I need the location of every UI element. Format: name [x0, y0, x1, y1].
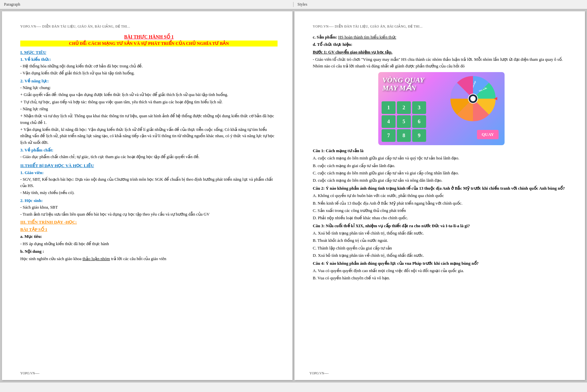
a-content: - HS áp dụng những kiến thức đã học để t…: [20, 241, 278, 247]
main-content: YOPO.VN---- DIỄN ĐÀN TÀI LIỆU, GIÁO ÁN, …: [0, 9, 587, 382]
q3-optB: B. Thoát khỏi ách thống trị của nước ngo…: [313, 238, 570, 244]
sub1-3-item-0: - Giáo dục phẩm chất chăm chỉ; tự giác, …: [20, 154, 278, 160]
quay-button[interactable]: QUAY: [477, 130, 499, 139]
step1: Bước 1: GV chuyển giao nhiệm vụ học tập.: [313, 49, 570, 55]
question-3: Câu 3: Nửa cuối thế kỉ XIX, nhiệm vụ cấp…: [313, 223, 570, 229]
q1-optA: A. cuộc cách mạng do liên minh giữa giai…: [313, 155, 570, 161]
b-content: Học sinh nghiên cứu sách giáo khoa thảo …: [20, 256, 278, 262]
questions-section: Câu 1: Cách mạng tư sản là A. cuộc cách …: [313, 148, 570, 282]
left-page: YOPO.VN---- DIỄN ĐÀN TÀI LIỆU, GIÁO ÁN, …: [2, 11, 293, 380]
sub1-1-item-1: - Vận dụng kiến thức để giải thích lịch …: [20, 70, 278, 76]
num-btn-8[interactable]: 8: [397, 129, 411, 142]
right-watermark-bottom: YOPO.VN----: [309, 371, 329, 375]
c-label: c. Sản phẩm: HS hoàn thành tìm hiểu kiến…: [313, 34, 570, 41]
sub1-2: 2. Về năng lực:: [20, 78, 278, 84]
q2-optA: A. Không có quyền tự do buôn bán với các…: [313, 193, 570, 199]
question-1: Câu 1: Cách mạng tư sản là: [313, 148, 570, 154]
q2-optB: B. Nền kinh tế của 13 thuộc địa Anh ở Bắ…: [313, 200, 570, 207]
sub1-1: 1. Về kiến thức:: [20, 57, 278, 62]
left-watermark-bottom: YOPO.VN----: [20, 371, 40, 375]
sub1-2-item-0: + Giải quyết vấn đề: thông qua vận dụng …: [20, 92, 278, 98]
svg-point-9: [470, 96, 476, 101]
right-watermark: YOPO.VN---- DIỄN ĐÀN TÀI LIỆU, GIÁO ÁN, …: [313, 25, 570, 28]
styles-label: Styles: [294, 2, 587, 7]
d-label: d. Tổ chức thực hiện:: [313, 42, 570, 48]
num-btn-4[interactable]: 4: [382, 115, 396, 128]
num-btn-1[interactable]: 1: [382, 101, 396, 114]
q1-optD: D. cuộc cách mạng do liên minh giữa giai…: [313, 177, 570, 184]
section3-header: III. TIẾN TRÌNH DẠY -HỌC:: [20, 220, 278, 225]
question-2: Câu 2: Ý nào không phản ánh đúng tình tr…: [313, 185, 570, 192]
step1-content: - Giáo viên tổ chức trò chơi "Vòng quay …: [313, 56, 570, 69]
num-btn-5[interactable]: 5: [397, 115, 411, 128]
vongquay-title: VÒNG QUAY MAY MẮN: [382, 76, 424, 92]
q1-optB: B. cuộc cách mạng do giai cấp tư sản lãn…: [313, 163, 570, 169]
left-watermark: YOPO.VN---- DIỄN ĐÀN TÀI LIỆU, GIÁO ÁN, …: [20, 25, 278, 28]
sub1-2-item-3: + Nhận thức và tư duy lịch sử. Thông qua…: [20, 113, 278, 126]
title-main: BÀI THỰC HÀNH SỐ 1: [20, 34, 278, 40]
q4-optB: B. Vua có quyền hành chuyên chế và vô hạ…: [313, 275, 570, 281]
num-btn-7[interactable]: 7: [382, 129, 396, 142]
section1-header: I. MỤC TIÊU: [20, 50, 278, 55]
sub2-2-item-1: - Tranh ảnh tư liệu sưu tầm liên quan đế…: [20, 211, 278, 218]
section2-header: II.THIẾT BỊ DẠY HỌC VÀ HỌC LIỆU: [20, 163, 278, 168]
sub2-2-item-0: - Sách giáo khoa, SBT: [20, 204, 278, 211]
sub1-3: 3. Về phẩm chất:: [20, 147, 278, 153]
top-bar: Paragraph Styles: [0, 0, 587, 9]
wheel-area: +3 2+ 1đm 1+ 80: [448, 74, 501, 127]
sub1-2-intro: - Năng lực chung:: [20, 85, 278, 91]
bottom-bar: [0, 382, 587, 392]
number-grid[interactable]: 1 2 3 4 5 6 7 8 9: [382, 101, 426, 142]
num-btn-9[interactable]: 9: [412, 129, 426, 142]
sub2-1-item-1: - Máy tính, máy chiếu (nếu có).: [20, 190, 278, 196]
num-btn-6[interactable]: 6: [412, 115, 426, 128]
sub2-1: 1. Giáo viên:: [20, 170, 278, 175]
q4-optA: A. Vua có quyền quyết định cao nhất mọi …: [313, 268, 570, 274]
q3-optA: A. Xoá bỏ tình trạng phân tán về chính t…: [313, 230, 570, 237]
question-4: Câu 4: Ý nào không phản ánh đúng quyền l…: [313, 260, 570, 267]
section3b-header: BÀI TẬP SỐ 1: [20, 227, 278, 232]
sub2-1-item-0: - SGV, SBT, Kế hoạch bài học: Dựa vào nộ…: [20, 176, 278, 189]
q1-optC: C. cuộc cách mạng do liên minh giữa giai…: [313, 170, 570, 176]
paragraph-label: Paragraph: [0, 2, 294, 7]
q2-optD: D. Phải nộp nhiều loại thuế khác nhau ch…: [313, 215, 570, 221]
sub1-2-item-2: - Năng lực riêng: [20, 106, 278, 112]
wheel-svg: +3 2+ 1đm 1+ 80: [448, 74, 498, 124]
vongquay-widget: VÒNG QUAY MAY MẮN 1 2 3 4 5 6 7 8 9: [378, 72, 505, 145]
a-label: a. Mục tiêu:: [20, 234, 278, 240]
sub1-2-item-1: + Tự chủ, tự học, giao tiếp và hợp tác: …: [20, 99, 278, 105]
b-label: b. Nội dung :: [20, 248, 278, 255]
num-btn-2[interactable]: 2: [397, 101, 411, 114]
q3-optD: D. Xoá bỏ tình trạng phân tán về chính t…: [313, 252, 570, 259]
num-btn-3[interactable]: 3: [412, 101, 426, 114]
title-sub: CHỦ ĐỀ: CÁCH MẠNG TƯ SẢN VÀ SỰ PHÁT TRIỂ…: [20, 41, 278, 47]
q2-optC: C. Sản xuất trong các công trường thủ cô…: [313, 208, 570, 214]
sub1-1-item-0: - Hệ thống hóa những nội dung kiến thức …: [20, 63, 278, 69]
sub2-2: 2. Học sinh:: [20, 198, 278, 203]
right-page: YOPO.VN---- DIỄN ĐÀN TÀI LIỆU, GIÁO ÁN, …: [294, 11, 585, 380]
sub1-2-item-4: + Vận dụng kiến thức, kĩ năng đã học: Vậ…: [20, 127, 278, 146]
q3-optC: C. Thành lập chính quyền của giai cấp tư…: [313, 245, 570, 251]
